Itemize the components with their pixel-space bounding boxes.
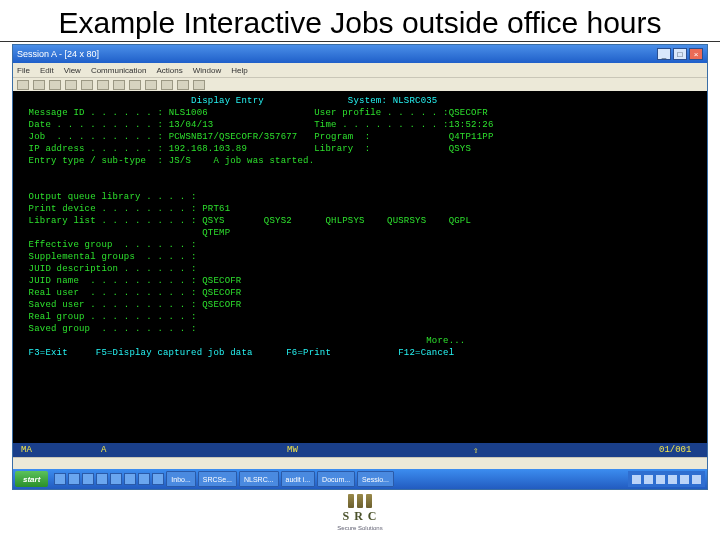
menu-window[interactable]: Window (193, 66, 221, 75)
quick-launch (54, 473, 164, 485)
status-cursor-pos: 01/001 (659, 445, 699, 455)
toolbar-button[interactable] (65, 80, 77, 90)
taskbar-item[interactable]: SRCSe... (198, 471, 237, 487)
toolbar (13, 77, 707, 91)
taskbar-item[interactable]: Docum... (317, 471, 355, 487)
toolbar-button[interactable] (177, 80, 189, 90)
status-mw: MW (287, 445, 327, 455)
start-button[interactable]: start (15, 471, 48, 487)
quicklaunch-icon[interactable] (54, 473, 66, 485)
toolbar-button[interactable] (113, 80, 125, 90)
system-tray[interactable] (628, 471, 705, 487)
quicklaunch-icon[interactable] (138, 473, 150, 485)
toolbar-button[interactable] (145, 80, 157, 90)
menu-help[interactable]: Help (231, 66, 247, 75)
tray-icon[interactable] (656, 475, 665, 484)
menu-edit[interactable]: Edit (40, 66, 54, 75)
toolbar-button[interactable] (33, 80, 45, 90)
tray-icon[interactable] (644, 475, 653, 484)
tray-icon[interactable] (632, 475, 641, 484)
menu-file[interactable]: File (17, 66, 30, 75)
status-bar: MA A MW ⇧ 01/001 (13, 443, 707, 457)
status-shift-icon: ⇧ (473, 445, 513, 456)
quicklaunch-icon[interactable] (68, 473, 80, 485)
window-titlebar[interactable]: Session A - [24 x 80] _ □ × (13, 45, 707, 63)
taskbar-item[interactable]: NLSRC... (239, 471, 279, 487)
toolbar-button[interactable] (17, 80, 29, 90)
terminal-window: Session A - [24 x 80] _ □ × File Edit Vi… (12, 44, 708, 490)
tray-icon[interactable] (680, 475, 689, 484)
menu-actions[interactable]: Actions (156, 66, 182, 75)
toolbar-button[interactable] (129, 80, 141, 90)
toolbar-button[interactable] (193, 80, 205, 90)
taskbar-item[interactable]: audit i... (281, 471, 316, 487)
minimize-button[interactable]: _ (657, 48, 671, 60)
toolbar-button[interactable] (49, 80, 61, 90)
toolbar-button[interactable] (97, 80, 109, 90)
logo-pillars-icon (348, 494, 372, 508)
toolbar-button[interactable] (81, 80, 93, 90)
tray-icon[interactable] (668, 475, 677, 484)
quicklaunch-icon[interactable] (152, 473, 164, 485)
logo-subtext: Secure Solutions (337, 525, 382, 531)
status-a: A (101, 445, 141, 455)
titlebar-text: Session A - [24 x 80] (17, 49, 99, 59)
close-button[interactable]: × (689, 48, 703, 60)
taskbar-item[interactable]: Sessio... (357, 471, 394, 487)
taskbar-item[interactable]: Inbo... (166, 471, 195, 487)
quicklaunch-icon[interactable] (82, 473, 94, 485)
menubar: File Edit View Communication Actions Win… (13, 63, 707, 77)
terminal-screen[interactable]: Display Entry System: NLSRC035 Message I… (13, 91, 707, 443)
logo-text: S R C (342, 509, 377, 524)
tray-icon[interactable] (692, 475, 701, 484)
quicklaunch-icon[interactable] (124, 473, 136, 485)
quicklaunch-icon[interactable] (110, 473, 122, 485)
taskbar: start Inbo... SRCSe... NLSRC... audit i.… (13, 469, 707, 489)
menu-communication[interactable]: Communication (91, 66, 147, 75)
window-bottombar (13, 457, 707, 469)
maximize-button[interactable]: □ (673, 48, 687, 60)
toolbar-button[interactable] (161, 80, 173, 90)
footer-logo: S R C Secure Solutions (0, 494, 720, 531)
quicklaunch-icon[interactable] (96, 473, 108, 485)
slide-title: Example Interactive Jobs outside office … (0, 0, 720, 42)
status-ma: MA (21, 445, 61, 455)
menu-view[interactable]: View (64, 66, 81, 75)
